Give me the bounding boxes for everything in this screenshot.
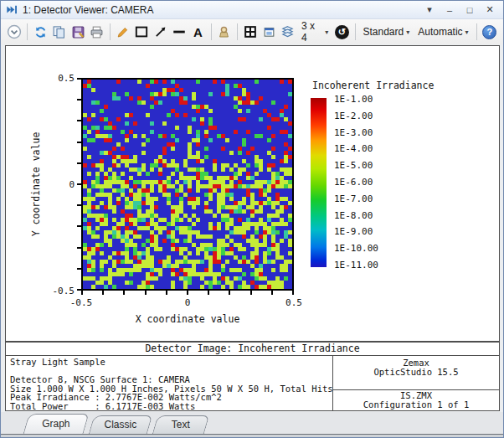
tile-windows-button[interactable] bbox=[241, 22, 260, 42]
toolbar-separator bbox=[476, 23, 477, 40]
detector-image bbox=[83, 80, 292, 289]
configuration-label: Configuration 1 of 1 bbox=[333, 400, 499, 410]
tile-windows-icon bbox=[243, 24, 258, 39]
legend-label: 1E-11.00 bbox=[334, 260, 378, 271]
toolbar-separator bbox=[110, 23, 111, 40]
toolbar-separator bbox=[27, 23, 28, 40]
info-text-box: Stray Light Sample Detector 8, NSCG Surf… bbox=[5, 355, 333, 411]
window-title: 1: Detector Viewer: CAMERA bbox=[23, 4, 421, 16]
x-tick-label: 0.5 bbox=[275, 297, 312, 308]
help-button[interactable]: ? bbox=[481, 22, 499, 42]
settings-chevron-button[interactable] bbox=[5, 22, 23, 42]
pencil-icon bbox=[116, 25, 130, 39]
legend-label: 1E-3.00 bbox=[334, 128, 378, 138]
toolbar-separator bbox=[211, 23, 212, 40]
plot-frame bbox=[81, 78, 294, 291]
info-line: Detector 8, NSCG Surface 1: CAMERA bbox=[10, 375, 328, 384]
info-line: Stray Light Sample bbox=[10, 358, 328, 367]
y-tick-label: 0.5 bbox=[41, 73, 75, 84]
draw-rectangle-button[interactable] bbox=[132, 22, 151, 42]
legend-label: 1E-8.00 bbox=[334, 211, 378, 221]
legend-label: 1E-9.00 bbox=[334, 227, 378, 237]
detector-image-title-strip: Detector Image: Incoherent Irradiance bbox=[5, 342, 500, 356]
legend-colorbar bbox=[311, 98, 327, 267]
add-text-button[interactable]: A bbox=[188, 22, 207, 42]
refresh-icon bbox=[33, 25, 48, 39]
window-menu-button[interactable]: ▾ bbox=[421, 3, 438, 17]
chevron-down-icon: ▾ bbox=[406, 28, 409, 36]
info-line: Total Power : 6.1717E-003 Watts bbox=[10, 402, 328, 411]
line-icon bbox=[172, 24, 187, 39]
draw-arrow-button[interactable] bbox=[152, 22, 170, 42]
tab-bar: Graph Classic Text bbox=[1, 412, 503, 437]
tab-label: Text bbox=[156, 416, 206, 434]
y-tick-label: 0 bbox=[41, 179, 75, 190]
window-image-icon bbox=[262, 25, 276, 39]
save-icon bbox=[71, 25, 85, 39]
grid-layout-dropdown[interactable]: 3 x 4 ▾ bbox=[297, 22, 332, 42]
chevron-down-icon: ▾ bbox=[465, 28, 469, 36]
print-button[interactable] bbox=[87, 22, 105, 42]
automatic-value: Automatic bbox=[418, 26, 462, 38]
chevron-down-icon: ▾ bbox=[325, 28, 328, 36]
save-button[interactable] bbox=[69, 22, 87, 42]
update-button[interactable] bbox=[31, 22, 49, 42]
copy-button[interactable] bbox=[50, 22, 69, 42]
legend-label: 1E-5.00 bbox=[334, 161, 378, 171]
file-info-box: IS.ZMX Configuration 1 of 1 bbox=[332, 389, 500, 411]
annotate-pencil-button[interactable] bbox=[114, 22, 132, 42]
legend-label: 1E-1.00 bbox=[334, 95, 378, 105]
standard-value: Standard bbox=[363, 26, 404, 38]
x-tick-label: 0 bbox=[169, 297, 206, 308]
toolbar-separator bbox=[355, 23, 356, 40]
automatic-dropdown[interactable]: Automatic ▾ bbox=[414, 22, 472, 42]
print-icon bbox=[90, 25, 104, 39]
toolbar-separator bbox=[237, 23, 238, 40]
toolbar: A bbox=[1, 19, 503, 44]
layers-button[interactable] bbox=[279, 22, 297, 42]
legend-label: 1E-7.00 bbox=[334, 194, 378, 204]
help-icon: ? bbox=[482, 25, 496, 39]
y-tick-label: -0.5 bbox=[41, 286, 75, 296]
rectangle-icon bbox=[134, 24, 149, 39]
detector-viewer-window: 1: Detector Viewer: CAMERA ▾ – □ ✕ bbox=[0, 0, 504, 438]
tab-text[interactable]: Text bbox=[152, 415, 209, 434]
close-button[interactable]: ✕ bbox=[481, 3, 498, 17]
window-controls: ▾ – □ ✕ bbox=[421, 3, 498, 17]
app-icon bbox=[6, 3, 18, 16]
arrow-icon bbox=[153, 24, 168, 39]
info-line: Peak Irradiance : 2.7767E-002 Watts/cm^2 bbox=[10, 393, 328, 402]
tab-label: Classic bbox=[92, 416, 149, 434]
reset-icon: ↺ bbox=[335, 25, 349, 39]
program-info-box: Zemax OpticStudio 15.5 bbox=[332, 355, 500, 390]
active-window-button[interactable] bbox=[260, 22, 278, 42]
graph-panel: Y coordinate value 0.5 0 -0.5 -0.5 0 0.5… bbox=[5, 45, 500, 342]
lock-window-button[interactable] bbox=[215, 22, 234, 42]
minimize-button[interactable]: – bbox=[441, 3, 458, 17]
y-axis-ticks bbox=[77, 78, 81, 291]
layers-icon bbox=[280, 25, 295, 39]
title-bar: 1: Detector Viewer: CAMERA ▾ – □ ✕ bbox=[1, 1, 503, 19]
tab-label: Graph bbox=[27, 415, 85, 434]
x-tick-label: -0.5 bbox=[63, 297, 100, 308]
tab-classic[interactable]: Classic bbox=[89, 415, 152, 434]
legend-label: 1E-4.00 bbox=[334, 144, 378, 154]
x-axis-ticks bbox=[81, 291, 294, 295]
program-version: OpticStudio 15.5 bbox=[333, 368, 499, 377]
x-axis-label: X coordinate value bbox=[87, 313, 288, 325]
maximize-button[interactable]: □ bbox=[461, 3, 478, 17]
legend-label: 1E-2.00 bbox=[334, 111, 378, 121]
status-strip bbox=[1, 435, 503, 437]
legend-labels: 1E-1.001E-2.001E-3.001E-4.001E-5.001E-6.… bbox=[334, 95, 378, 271]
grid-layout-value: 3 x 4 bbox=[301, 20, 322, 44]
legend-label: 1E-6.00 bbox=[334, 178, 378, 188]
copy-icon bbox=[52, 25, 66, 39]
reset-button[interactable]: ↺ bbox=[332, 22, 351, 42]
tab-graph[interactable]: Graph bbox=[23, 414, 90, 434]
legend-label: 1E-10.00 bbox=[334, 244, 378, 254]
standard-dropdown[interactable]: Standard ▾ bbox=[359, 22, 414, 42]
y-axis-label: Y coordinate value bbox=[30, 132, 42, 237]
lock-icon bbox=[217, 25, 231, 39]
text-tool-icon: A bbox=[193, 25, 203, 39]
draw-line-button[interactable] bbox=[170, 22, 188, 42]
